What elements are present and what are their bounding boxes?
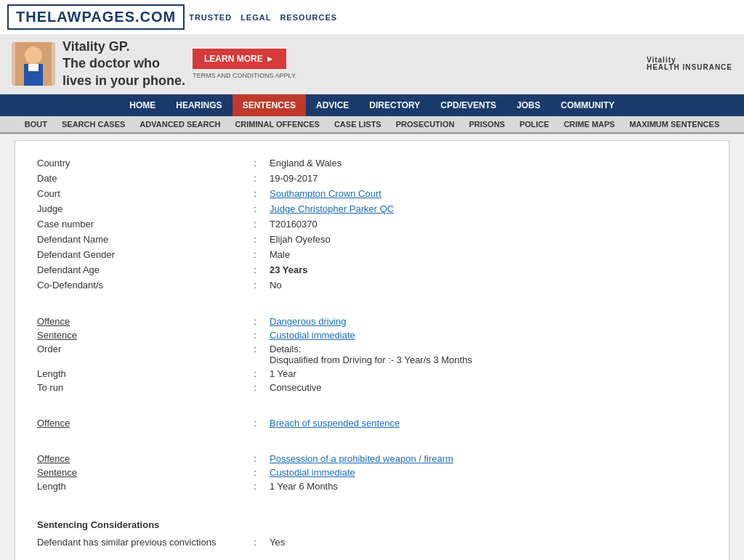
defendant-gender-label: Defendant Gender (37, 249, 240, 260)
nav-advice[interactable]: ADVICE (306, 94, 359, 116)
ad-brand-logo: Vitality HEALTH INSURANCE (647, 57, 732, 71)
length-1-value: 1 Year (270, 368, 296, 379)
sentence-3-label[interactable]: Sentence (37, 467, 240, 478)
nav-cpd-events[interactable]: CPD/EVENTS (430, 94, 506, 116)
defendant-gender-value: Male (270, 249, 290, 260)
judge-value: Judge Christopher Parker QC (270, 203, 394, 214)
length-1-colon: : (240, 368, 270, 379)
offence-1-value: Dangerous driving (270, 316, 347, 327)
svg-point-1 (25, 46, 42, 64)
judge-colon: : (240, 203, 270, 214)
case-number-label: Case number (37, 219, 240, 230)
offence-1-section: Offence : Dangerous driving Sentence : C… (37, 303, 707, 394)
nav-jobs[interactable]: JOBS (506, 94, 551, 116)
co-defendants-label: Co-Defendant/s (37, 280, 240, 291)
nav-search-cases[interactable]: SEARCH CASES (54, 116, 132, 132)
offence-2-row: Offence : Breach of suspended sentence (37, 416, 707, 430)
sentence-3-link[interactable]: Custodial immediate (270, 467, 355, 478)
country-label: Country (37, 158, 240, 169)
length-3-value: 1 Year 6 Months (270, 481, 338, 492)
secondary-nav: BOUT SEARCH CASES ADVANCED SEARCH CRIMIN… (0, 116, 744, 134)
ad-text: Vitality GP. The doctor who lives in you… (62, 38, 185, 89)
defendant-gender-row: Defendant Gender : Male (37, 247, 707, 262)
country-row: Country : England & Wales (37, 155, 707, 171)
judge-row: Judge : Judge Christopher Parker QC (37, 201, 707, 216)
previous-convictions-row: Defendant has similar previous convictio… (37, 535, 707, 550)
offence-2-colon: : (240, 418, 270, 429)
date-value: 19-09-2017 (270, 173, 318, 184)
ad-banner: Vitality GP. The doctor who lives in you… (0, 34, 744, 94)
co-defendants-colon: : (240, 280, 270, 291)
offence-3-label[interactable]: Offence (37, 453, 240, 464)
offence-2-label[interactable]: Offence (37, 418, 240, 429)
nav-hearings[interactable]: HEARINGS (166, 94, 232, 116)
main-content: Country : England & Wales Date : 19-09-2… (15, 140, 729, 560)
offence-2-value: Breach of suspended sentence (270, 418, 400, 429)
sentence-1-label[interactable]: Sentence (37, 330, 240, 341)
sentence-1-value: Custodial immediate (270, 330, 355, 341)
judge-label: Judge (37, 203, 240, 214)
nav-police[interactable]: POLICE (512, 116, 557, 132)
defendant-age-colon: : (240, 264, 270, 275)
nav-maximum-sentences[interactable]: MAXIMUM SENTENCES (622, 116, 727, 132)
case-number-colon: : (240, 219, 270, 230)
order-1-label: Order (37, 344, 240, 365)
defendant-name-colon: : (240, 234, 270, 245)
offence-3-colon: : (240, 453, 270, 464)
court-value: Southampton Crown Court (270, 188, 381, 199)
to-run-1-row: To run : Consecutive (37, 381, 707, 394)
nav-home[interactable]: HOME (119, 94, 166, 116)
offence-1-colon: : (240, 316, 270, 327)
defendant-name-value: Elijah Oyefeso (270, 234, 331, 245)
offence-1-link[interactable]: Dangerous driving (270, 316, 347, 327)
judge-link[interactable]: Judge Christopher Parker QC (270, 203, 394, 214)
ad-terms: TERMS AND CONDITIONS APPLY. (193, 72, 296, 79)
court-colon: : (240, 188, 270, 199)
co-defendants-value: No (270, 280, 282, 291)
sentence-1-link[interactable]: Custodial immediate (270, 330, 355, 341)
to-run-1-colon: : (240, 382, 270, 393)
sentence-3-colon: : (240, 467, 270, 478)
offence-2-link[interactable]: Breach of suspended sentence (270, 418, 400, 429)
nav-prosecution[interactable]: PROSECUTION (389, 116, 462, 132)
previous-convictions-colon: : (240, 537, 270, 548)
case-details: Country : England & Wales Date : 19-09-2… (37, 155, 707, 293)
nav-prisons[interactable]: PRISONS (461, 116, 512, 132)
site-logo[interactable]: THELAWPAGES.COM (7, 4, 185, 30)
offence-3-link[interactable]: Possession of a prohibited weapon / fire… (270, 453, 453, 464)
previous-convictions-label: Defendant has similar previous convictio… (37, 537, 240, 548)
defendant-age-value: 23 Years (270, 264, 308, 275)
svg-rect-3 (28, 64, 39, 71)
offence-1-label[interactable]: Offence (37, 316, 240, 327)
date-row: Date : 19-09-2017 (37, 171, 707, 186)
court-link[interactable]: Southampton Crown Court (270, 188, 381, 199)
nav-criminal-offences[interactable]: CRIMINAL OFFENCES (227, 116, 327, 132)
offence-3-value: Possession of a prohibited weapon / fire… (270, 453, 453, 464)
ad-learn-more-button[interactable]: LEARN MORE ► (193, 49, 286, 69)
nav-sentences[interactable]: SENTENCES (232, 94, 306, 116)
nav-bout[interactable]: BOUT (17, 116, 54, 132)
to-run-1-value: Consecutive (270, 382, 322, 393)
date-colon: : (240, 173, 270, 184)
case-number-value: T20160370 (270, 219, 318, 230)
nav-community[interactable]: COMMUNITY (551, 94, 625, 116)
offence-3-section: Offence : Possession of a prohibited wea… (37, 440, 707, 493)
country-value: England & Wales (270, 158, 341, 169)
co-defendants-row: Co-Defendant/s : No (37, 277, 707, 293)
defendant-name-label: Defendant Name (37, 234, 240, 245)
offence-3-row: Offence : Possession of a prohibited wea… (37, 452, 707, 466)
logo-sub-resources: RESOURCES (280, 13, 337, 22)
order-1-value: Details: Disqualified from Driving for :… (270, 344, 472, 365)
nav-advanced-search[interactable]: ADVANCED SEARCH (132, 116, 227, 132)
order-1-colon: : (240, 344, 270, 365)
nav-directory[interactable]: DIRECTORY (359, 94, 430, 116)
primary-nav: HOME HEARINGS SENTENCES ADVICE DIRECTORY… (0, 94, 744, 116)
logo-sub-legal: LEGAL (240, 13, 271, 22)
defendant-name-row: Defendant Name : Elijah Oyefeso (37, 232, 707, 247)
length-3-row: Length : 1 Year 6 Months (37, 479, 707, 493)
sentence-1-colon: : (240, 330, 270, 341)
to-run-1-label: To run (37, 382, 240, 393)
nav-case-lists[interactable]: CASE LISTS (327, 116, 389, 132)
length-3-label: Length (37, 481, 240, 492)
nav-crime-maps[interactable]: CRIME MAPS (557, 116, 622, 132)
